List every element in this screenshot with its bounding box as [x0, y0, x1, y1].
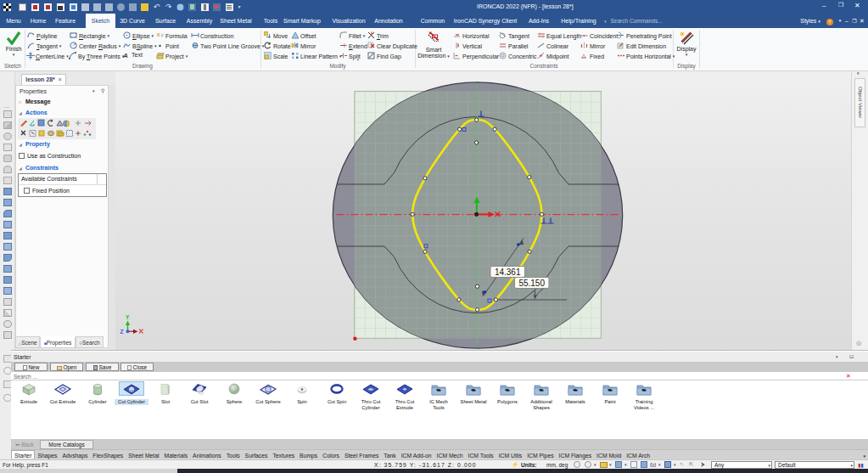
svg-text:Z: Z — [120, 329, 124, 335]
svg-text:55.150: 55.150 — [518, 279, 545, 288]
svg-text:14.361: 14.361 — [495, 267, 521, 277]
svg-text:Y: Y — [126, 314, 130, 320]
svg-text:Y: Y — [160, 33, 165, 38]
